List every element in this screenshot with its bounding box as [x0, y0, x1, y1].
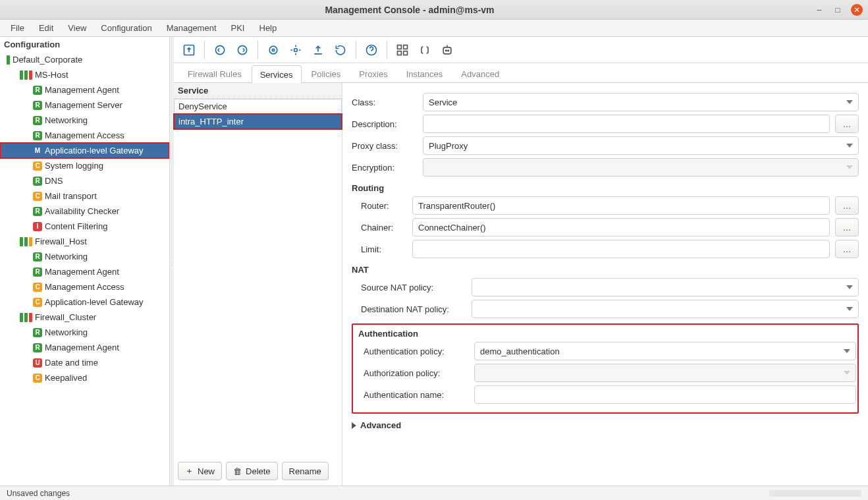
tree-item-label: Application-level Gateway	[45, 297, 144, 307]
configuration-sidebar: Configuration Default_CorporateMS-HostRM…	[0, 37, 170, 486]
tab-policies[interactable]: Policies	[303, 65, 350, 82]
menu-pki[interactable]: PKI	[225, 22, 252, 34]
tree-item[interactable]: CKeepalived	[0, 370, 169, 385]
router-more-button[interactable]: …	[835, 196, 859, 215]
toolbar-upload-icon[interactable]	[307, 39, 329, 61]
tree-item[interactable]: RNetworking	[0, 113, 169, 128]
router-value: TransparentRouter()	[418, 201, 495, 211]
node-badge-icon: R	[33, 252, 42, 262]
tree-item-label: Management Agent	[45, 85, 119, 95]
toolbar-refresh-left-icon[interactable]	[209, 39, 231, 61]
node-badge-icon: R	[33, 116, 42, 125]
tree-item-label: Management Access	[45, 130, 124, 140]
tree-item[interactable]: Default_Corporate	[0, 52, 169, 67]
toolbar-up-icon[interactable]	[178, 39, 200, 61]
limit-label: Limit:	[361, 244, 407, 254]
tree-item[interactable]: IContent Filtering	[0, 219, 169, 234]
limit-input[interactable]	[412, 240, 830, 258]
tree-item[interactable]: UDate and time	[0, 355, 169, 370]
service-item-intra-http-inter[interactable]: intra_HTTP_inter	[174, 114, 342, 129]
description-more-button[interactable]: …	[835, 115, 859, 133]
tab-advanced[interactable]: Advanced	[452, 65, 508, 82]
tree-item[interactable]: RAvailability Checker	[0, 204, 169, 219]
advanced-toggle[interactable]: Advanced	[352, 420, 859, 430]
tree-item[interactable]: CApplication-level Gateway	[0, 294, 169, 310]
tree-item[interactable]: MS-Host	[0, 67, 169, 82]
toolbar-refresh-right-icon[interactable]	[231, 39, 254, 61]
tree-item[interactable]: RNetworking	[0, 249, 169, 264]
tree-item[interactable]: RDNS	[0, 173, 169, 188]
tab-instances[interactable]: Instances	[398, 65, 452, 82]
snat-combo[interactable]	[472, 278, 859, 296]
limit-more-button[interactable]: …	[835, 240, 859, 258]
svg-point-2	[238, 45, 246, 54]
tab-proxies[interactable]: Proxies	[350, 65, 396, 82]
new-button[interactable]: ＋ New	[178, 462, 222, 480]
tree-item[interactable]: CSystem logging	[0, 158, 169, 173]
tab-firewall-rules[interactable]: Firewall Rules	[179, 65, 250, 82]
delete-button[interactable]: 🗑 Delete	[226, 462, 278, 480]
tree-item[interactable]: RManagement Access	[0, 128, 169, 143]
tree-item[interactable]: RManagement Agent	[0, 82, 169, 97]
encryption-combo[interactable]	[423, 158, 859, 177]
rename-button[interactable]: Rename	[282, 462, 329, 480]
status-text: Unsaved changes	[7, 489, 70, 498]
chevron-down-icon	[846, 100, 853, 104]
chainer-input[interactable]: ConnectChainer()	[412, 218, 830, 236]
auth-name-input[interactable]	[474, 385, 856, 404]
svg-rect-8	[404, 45, 408, 49]
triangle-right-icon	[352, 422, 356, 429]
authz-policy-combo[interactable]	[474, 364, 856, 382]
node-badge-icon: M	[33, 146, 42, 155]
menu-configuration[interactable]: Configuration	[94, 22, 158, 34]
status-bars-icon	[20, 237, 32, 246]
class-label: Class:	[352, 97, 418, 107]
window-minimize-button[interactable]: –	[814, 5, 825, 15]
tree-item[interactable]: Firewall_Host	[0, 234, 169, 249]
tree-item[interactable]: RManagement Agent	[0, 340, 169, 355]
menu-view[interactable]: View	[61, 22, 93, 34]
toolbar-script-icon[interactable]	[414, 39, 436, 61]
tree-item-label: Management Server	[45, 100, 122, 110]
menu-file[interactable]: File	[4, 22, 31, 34]
menu-management[interactable]: Management	[160, 22, 223, 34]
tree-item[interactable]: RManagement Agent	[0, 264, 169, 279]
class-value: Service	[429, 97, 457, 107]
svg-point-5	[294, 48, 298, 51]
node-badge-icon: I	[33, 222, 42, 231]
tree-item[interactable]: CManagement Access	[0, 279, 169, 294]
class-combo[interactable]: Service	[423, 93, 859, 111]
chainer-more-button[interactable]: …	[835, 218, 859, 236]
window-close-button[interactable]: ✕	[851, 4, 863, 16]
node-badge-icon: R	[33, 343, 42, 352]
toolbar-view-icon[interactable]	[262, 39, 285, 61]
tree-item[interactable]: RNetworking	[0, 325, 169, 340]
tree-item[interactable]: RManagement Server	[0, 97, 169, 113]
dnat-combo[interactable]	[472, 300, 859, 318]
proxy-class-combo[interactable]: PlugProxy	[423, 136, 859, 155]
configuration-tree[interactable]: Default_CorporateMS-HostRManagement Agen…	[0, 52, 169, 385]
tree-item[interactable]: CMail transport	[0, 188, 169, 204]
menu-help[interactable]: Help	[253, 22, 284, 34]
tree-item[interactable]: Firewall_Cluster	[0, 310, 169, 325]
toolbar-robot-icon[interactable]	[436, 39, 458, 61]
status-bars-icon	[20, 313, 32, 322]
toolbar-reload-icon[interactable]	[329, 39, 352, 61]
description-input[interactable]	[423, 115, 830, 133]
menu-edit[interactable]: Edit	[32, 22, 60, 34]
toolbar-settings-sync-icon[interactable]	[285, 39, 307, 61]
service-item-denyservice[interactable]: DenyService	[174, 99, 342, 114]
toolbar-help-icon[interactable]	[360, 39, 383, 61]
window-maximize-button[interactable]: □	[832, 5, 843, 15]
service-list-panel: Service DenyService intra_HTTP_inter ＋ N…	[174, 83, 342, 486]
sidebar-heading: Configuration	[0, 37, 169, 52]
tree-item[interactable]: MApplication-level Gateway	[0, 143, 169, 158]
toolbar-modules-icon[interactable]	[391, 39, 414, 61]
tree-item-label: Mail transport	[45, 191, 97, 201]
auth-policy-combo[interactable]: demo_authentication	[474, 342, 856, 360]
status-progress	[769, 490, 861, 497]
tree-item-label: Management Agent	[45, 267, 119, 277]
router-input[interactable]: TransparentRouter()	[412, 196, 830, 215]
tab-services[interactable]: Services	[252, 65, 302, 83]
tree-item-label: MS-Host	[35, 70, 68, 80]
